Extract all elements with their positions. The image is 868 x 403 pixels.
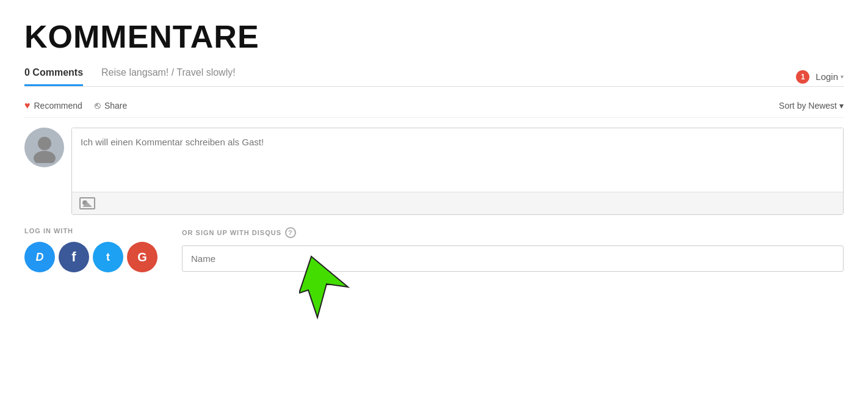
comment-area [24, 128, 844, 215]
tab-comments[interactable]: 0 Comments [24, 67, 83, 86]
bottom-section: LOG IN WITH D f t G OR SIGN UP WITH DISQ… [24, 227, 844, 272]
social-icons: D f t G [24, 242, 157, 272]
share-label: Share [104, 101, 127, 111]
signup-section: OR SIGN UP WITH DISQUS ? [182, 227, 844, 272]
sort-arrow-icon: ▾ [839, 101, 844, 111]
disqus-login-button[interactable]: D [24, 242, 55, 272]
share-icon: ⎋ [95, 100, 101, 111]
page-title: KOMMENTARE [24, 18, 844, 55]
tabs-right: 1 Login ▾ [796, 70, 844, 84]
login-arrow-icon: ▾ [841, 73, 844, 80]
share-button[interactable]: ⎋ Share [95, 100, 127, 111]
recommend-button[interactable]: ♥ Recommend [24, 100, 82, 111]
twitter-login-button[interactable]: t [93, 242, 123, 272]
login-button[interactable]: Login ▾ [816, 71, 844, 82]
sort-button[interactable]: Sort by Newest ▾ [779, 101, 844, 111]
login-section-label: LOG IN WITH [24, 227, 157, 234]
recommend-label: Recommend [34, 101, 82, 111]
sort-label: Sort by Newest [779, 101, 837, 111]
notification-badge[interactable]: 1 [796, 70, 809, 84]
toolbar: ♥ Recommend ⎋ Share Sort by Newest ▾ [24, 94, 844, 118]
signup-label: OR SIGN UP WITH DISQUS ? [182, 227, 844, 238]
signup-label-text: OR SIGN UP WITH DISQUS [182, 229, 281, 236]
comment-textarea[interactable] [72, 128, 843, 189]
comment-box-wrapper [71, 128, 844, 215]
image-upload-icon[interactable] [79, 197, 95, 209]
toolbar-left: ♥ Recommend ⎋ Share [24, 100, 127, 111]
facebook-login-button[interactable]: f [59, 242, 89, 272]
comment-toolbar [72, 192, 843, 214]
login-label: Login [816, 71, 838, 82]
svg-point-0 [38, 137, 51, 150]
avatar [24, 128, 64, 167]
heart-icon: ♥ [24, 100, 31, 111]
name-input[interactable] [182, 245, 844, 272]
help-icon[interactable]: ? [285, 227, 296, 238]
tabs-bar: 0 Comments Reise langsam! / Travel slowl… [24, 67, 844, 87]
login-section: LOG IN WITH D f t G [24, 227, 157, 272]
tab-channel[interactable]: Reise langsam! / Travel slowly! [101, 67, 236, 86]
google-login-button[interactable]: G [127, 242, 157, 272]
svg-point-1 [34, 151, 56, 163]
